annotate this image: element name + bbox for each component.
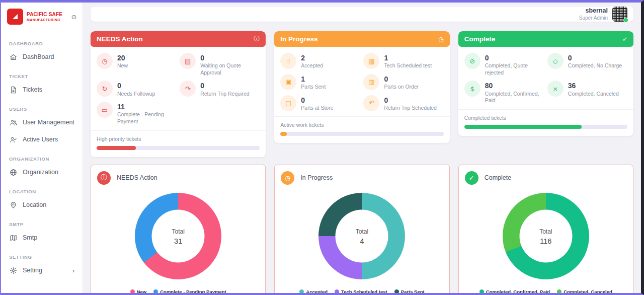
chart-header: ⓘ NEEDS Action [97,171,259,185]
sidebar-item-setting[interactable]: Setting › [1,262,83,279]
sidebar-item-label: Organization [23,169,58,176]
progress-bar [280,132,443,136]
sidebar-item-location[interactable]: Location [1,196,83,213]
info-icon[interactable]: ⓘ [254,35,260,43]
card-title: NEEDS Action [97,35,143,43]
stat-label: Parts at Store [301,105,333,112]
stat-value: 0 [485,53,544,62]
chart-header: ✓ Complete [465,171,627,185]
stat-item: ▤0Waiting on Quote Approval [180,53,260,76]
stat-item: ↶0Return Trip Scheduled [363,95,443,112]
legend-dot [299,289,304,293]
check-circle-icon: ✓ [465,171,478,185]
sidebar: PACIFIC SAFE MANUFACTURING ⊙ DASHBOARD D… [1,3,83,293]
in-progress-card-header: In Progress ◷ [274,31,449,47]
sidebar-item-label: Active Users [23,136,58,143]
stat-item: ×36Completed, Canceled [547,81,627,104]
main-content: sbernal Super Admin NEEDS Action ⓘ ◷20Ne… [83,3,641,293]
check-circle-icon[interactable]: ✓ [622,36,627,43]
stat-item: ▢0Parts at Store [280,95,360,112]
return-trip-icon: ↶ [363,95,379,111]
stat-item: ⊘0Completed, Quote rejected [464,53,544,76]
clock-icon: ◷ [281,171,294,185]
stat-label: New [117,62,128,69]
stat-label: Accepted [301,62,323,69]
brand-line1: PACIFIC SAFE [27,12,66,17]
legend-item: Complete - Pending Payment [153,289,226,293]
donut-total-value: 116 [540,237,551,245]
stat-value: 80 [485,81,544,90]
legend-item: Accepted [299,289,328,293]
stat-label: Completed, Canceled [568,91,619,98]
complete-card: Complete ✓ ⊘0Completed, Quote rejected◇0… [458,31,633,136]
card-footer: Active work tickets [274,116,449,143]
chevron-right-icon[interactable]: › [72,267,74,274]
donut-ring: Total 4 [318,193,405,279]
stat-item: ▦1Tech Scheduled test [363,53,443,69]
chart-legend: AcceptedTech Scheduled testParts Sent [281,288,443,293]
avatar[interactable] [612,7,627,22]
clock-icon: ◷ [97,53,113,69]
legend-label: Parts Sent [401,289,425,293]
stat-label: Parts on Order [384,84,419,91]
needs-action-card: NEEDS Action ⓘ ◷20New▤0Waiting on Quote … [91,31,266,157]
refresh-icon: ↻ [97,81,113,97]
home-icon [9,53,17,61]
dollar-icon: $ [464,81,480,97]
sidebar-item-label: User Management [23,119,74,126]
card-footer: High priority tickets [91,130,266,157]
progress-bar [97,146,260,150]
sidebar-item-smtp[interactable]: Smtp [1,229,83,246]
clock-icon[interactable]: ◷ [438,36,443,43]
donut-total-label: Total [539,228,552,235]
topbar: sbernal Super Admin [91,7,633,22]
needs-action-chart-card: ⓘ NEEDS Action Total 31 NewComplete - Pe… [91,165,266,293]
rejected-icon: ⊘ [464,53,480,69]
legend-label: Complete - Pending Payment [160,289,226,293]
progress-label: Completed tickets [464,115,627,121]
section-label-location: LOCATION [1,187,83,196]
brand-logo-icon [7,9,23,25]
stat-value: 0 [200,81,249,90]
stat-value: 0 [301,96,333,105]
sidebar-item-active-users[interactable]: Active Users [1,131,83,148]
stat-label: Tech Scheduled test [384,62,432,69]
legend-item: Tech Scheduled test [335,289,387,293]
brand-line2: MANUFACTURING [27,18,66,22]
charts-row: ⓘ NEEDS Action Total 31 NewComplete - Pe… [91,165,633,293]
sidebar-item-organization[interactable]: Organization [1,164,83,181]
sidebar-item-dashboard[interactable]: DashBoard [1,48,83,65]
map-icon [9,234,17,242]
progress-bar [464,125,627,129]
donut-total-label: Total [172,228,184,235]
donut-chart: Total 4 [281,185,443,288]
legend-dot [557,289,561,293]
section-label-setting: SETTING [1,252,83,262]
sidebar-item-user-management[interactable]: User Management [1,114,83,131]
progress-fill [280,132,287,136]
legend-label: Completed, Confirmed, Paid [486,289,550,293]
stat-value: 20 [117,53,128,62]
sidebar-collapse-icon[interactable]: ⊙ [69,12,78,21]
user-menu[interactable]: sbernal Super Admin [579,7,627,22]
donut-chart: Total 31 [97,185,259,288]
stat-item: ▣1Parts Sent [280,74,360,91]
cart-icon: ▥ [363,74,379,90]
section-label-users: USERS [1,104,83,114]
cancel-icon: × [547,81,564,97]
sidebar-item-label: Tickets [23,86,42,93]
stat-item: ◷20New [97,53,177,76]
sidebar-nav: DASHBOARD DashBoard TICKET Tickets [1,30,83,279]
stat-grid: ◷20New▤0Waiting on Quote Approval↻0Needs… [91,47,266,130]
chart-title: Complete [485,174,512,181]
sidebar-item-tickets[interactable]: Tickets [1,81,83,98]
gear-icon [9,266,17,274]
stat-value: 0 [384,75,419,84]
info-icon: ⓘ [97,171,111,185]
chart-legend: NewComplete - Pending Payment [97,288,259,293]
donut-center: Total 116 [519,210,572,263]
chart-header: ◷ In Progress [281,171,443,185]
progress-label: Active work tickets [280,122,443,128]
stat-label: Return Trip Scheduled [384,105,436,112]
calendar-icon: ▦ [363,53,379,69]
